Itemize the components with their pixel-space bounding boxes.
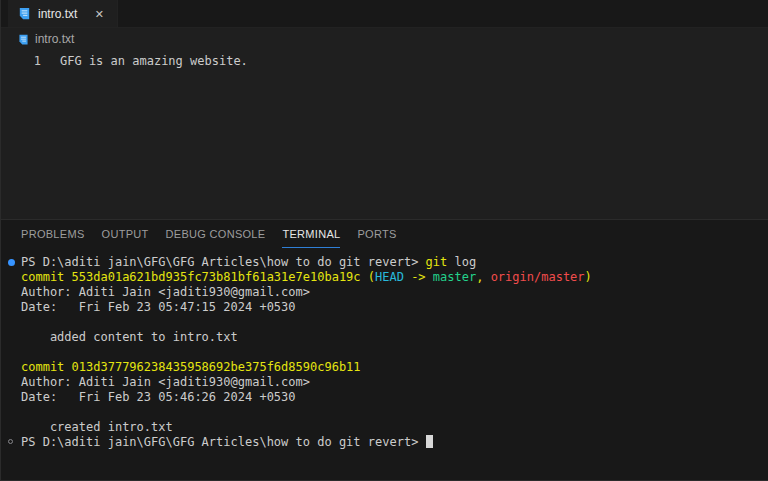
text-file-icon <box>17 6 32 21</box>
terminal-line <box>1 405 768 420</box>
terminal-line: commit 013d377796238435958692be375f6d859… <box>1 360 768 375</box>
text-file-icon <box>17 33 30 46</box>
terminal-text-segment: added content to intro.txt <box>21 330 238 344</box>
terminal-line: commit 553da01a621bd935fc73b81bf61a31e7e… <box>1 270 768 285</box>
panel-tab-debug-console[interactable]: DEBUG CONSOLE <box>166 220 266 248</box>
panel-tab-bar: PROBLEMS OUTPUT DEBUG CONSOLE TERMINAL P… <box>1 220 768 248</box>
tab-label: intro.txt <box>38 7 77 21</box>
command-decoration-icon <box>8 259 15 266</box>
terminal-text-segment: git <box>426 255 448 269</box>
terminal-line <box>1 345 768 360</box>
terminal-text-segment: Author: Aditi Jain <jaditi930@gmail.com> <box>21 285 310 299</box>
terminal-line: created intro.txt <box>1 420 768 435</box>
panel-tab-ports[interactable]: PORTS <box>357 220 396 248</box>
terminal-line: PS D:\aditi jain\GFG\GFG Articles\how to… <box>1 435 768 450</box>
terminal-cursor <box>426 435 433 448</box>
terminal-text-segment: master <box>433 270 476 284</box>
command-decoration-icon <box>8 439 13 444</box>
panel-tab-problems[interactable]: PROBLEMS <box>21 220 85 248</box>
terminal-text-segment: log <box>447 255 476 269</box>
terminal[interactable]: PS D:\aditi jain\GFG\GFG Articles\how to… <box>1 248 768 480</box>
terminal-text-segment: commit 553da01a621bd935fc73b81bf61a31e7e… <box>21 270 375 284</box>
terminal-line: PS D:\aditi jain\GFG\GFG Articles\how to… <box>1 255 768 270</box>
terminal-text-segment: ) <box>585 270 592 284</box>
terminal-text-segment: Date: Fri Feb 23 05:46:26 2024 +0530 <box>21 390 296 404</box>
vscode-window: intro.txt ✕ intro.txt 1 GFG is an amazin… <box>0 0 768 481</box>
code-text: GFG is an amazing website. <box>41 53 248 70</box>
terminal-line: Author: Aditi Jain <jaditi930@gmail.com> <box>1 375 768 390</box>
terminal-text-segment: -> <box>404 270 433 284</box>
breadcrumb[interactable]: intro.txt <box>1 28 768 50</box>
terminal-line: Date: Fri Feb 23 05:47:15 2024 +0530 <box>1 300 768 315</box>
panel-tab-terminal[interactable]: TERMINAL <box>282 220 340 248</box>
editor-area[interactable]: 1 GFG is an amazing website. <box>1 50 768 219</box>
terminal-line: added content to intro.txt <box>1 330 768 345</box>
close-icon[interactable]: ✕ <box>91 6 107 22</box>
line-number: 1 <box>1 53 41 70</box>
terminal-text-segment: Author: Aditi Jain <jaditi930@gmail.com> <box>21 375 310 389</box>
terminal-text-segment: origin/master <box>491 270 585 284</box>
terminal-line <box>1 315 768 330</box>
bottom-panel: PROBLEMS OUTPUT DEBUG CONSOLE TERMINAL P… <box>1 219 768 480</box>
terminal-text-segment: created intro.txt <box>21 420 173 434</box>
terminal-text-segment: commit 013d377796238435958692be375f6d859… <box>21 360 361 374</box>
breadcrumb-item-filename[interactable]: intro.txt <box>35 32 74 46</box>
editor-tab-bar: intro.txt ✕ <box>1 0 768 28</box>
tab-intro-txt[interactable]: intro.txt ✕ <box>8 0 118 27</box>
terminal-text-segment: , <box>476 270 490 284</box>
code-line: 1 GFG is an amazing website. <box>1 53 768 70</box>
terminal-text-segment: PS D:\aditi jain\GFG\GFG Articles\how to… <box>21 435 426 449</box>
terminal-text-segment: PS D:\aditi jain\GFG\GFG Articles\how to… <box>21 255 426 269</box>
panel-tab-output[interactable]: OUTPUT <box>102 220 149 248</box>
terminal-text-segment: HEAD <box>375 270 404 284</box>
terminal-line: Date: Fri Feb 23 05:46:26 2024 +0530 <box>1 390 768 405</box>
terminal-text-segment: Date: Fri Feb 23 05:47:15 2024 +0530 <box>21 300 296 314</box>
terminal-line: Author: Aditi Jain <jaditi930@gmail.com> <box>1 285 768 300</box>
